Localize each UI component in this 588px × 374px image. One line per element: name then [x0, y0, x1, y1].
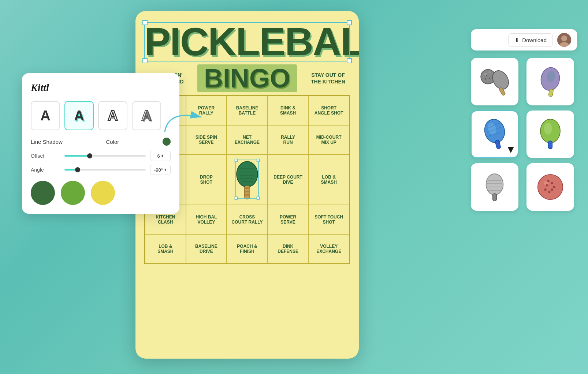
svg-point-56: [547, 180, 549, 182]
color-swatches: [31, 181, 171, 205]
svg-point-37: [544, 123, 552, 135]
cell-4-2: HIGH BALVOLLEY: [186, 205, 227, 234]
svg-rect-12: [235, 159, 237, 162]
swatch-dark-green[interactable]: [31, 181, 55, 205]
card-title-area: PICKLEBALL: [144, 22, 350, 61]
cell-2-3: NETEXCHANGE: [227, 125, 268, 154]
svg-point-42: [486, 174, 503, 195]
cell-1-3: BASELINEBATTLE: [227, 96, 268, 125]
svg-rect-13: [257, 159, 259, 162]
cell-2-4: RALLYRUN: [268, 125, 309, 154]
svg-rect-14: [235, 197, 237, 199]
svg-point-23: [489, 78, 490, 79]
svg-point-55: [553, 186, 555, 188]
angle-slider[interactable]: [64, 169, 146, 171]
offset-thumb[interactable]: [87, 153, 92, 158]
cell-5-2: BASELINEDRIVE: [186, 234, 227, 263]
svg-point-21: [489, 71, 491, 73]
right-subtitle: STAY OUT OF THE KITCHEN: [306, 72, 350, 85]
swatch-light-green[interactable]: [61, 181, 85, 205]
download-bar: ⬇ Download: [471, 29, 577, 51]
svg-point-22: [486, 75, 487, 76]
text-style-normal[interactable]: A: [31, 101, 60, 130]
cell-4-5: SOFT TOUCHSHOT: [308, 205, 349, 234]
sticker-card-1[interactable]: [471, 58, 518, 105]
svg-point-24: [485, 78, 486, 80]
cell-1-5: SHORTANGLE SHOT: [308, 96, 349, 125]
download-button[interactable]: ⬇ Download: [508, 33, 553, 47]
download-icon: ⬇: [514, 37, 519, 44]
sticker-card-2[interactable]: [526, 58, 574, 105]
angle-thumb[interactable]: [75, 167, 80, 172]
svg-rect-8: [245, 187, 249, 189]
user-avatar[interactable]: [557, 33, 571, 47]
offset-input[interactable]: 6 ⬆: [150, 151, 171, 161]
text-style-outline-shadow[interactable]: A: [132, 101, 161, 130]
sticker-card-4[interactable]: [526, 111, 574, 158]
line-shadow-label: Line Shadow: [31, 139, 63, 145]
cell-3-5: LOB &SMASH: [308, 154, 349, 205]
swatch-yellow[interactable]: [91, 181, 115, 205]
cell-2-5: MID-COURTMIX UP: [308, 125, 349, 154]
cell-5-1: LOB &SMASH: [145, 234, 186, 263]
svg-rect-10: [245, 194, 249, 196]
line-shadow-row: Line Shadow Color: [31, 138, 171, 146]
cell-5-4: DINKDEFENSE: [268, 234, 309, 263]
cell-5-5: VOLLEYEXCHANGE: [308, 234, 349, 263]
kittl-logo: Kittl: [31, 82, 171, 94]
angle-label: Angle: [31, 167, 60, 173]
angle-input[interactable]: -90° ⬆: [150, 165, 171, 175]
svg-point-52: [544, 188, 546, 191]
cell-3-3-center: [227, 154, 268, 205]
sticker-paddle-silver: [478, 171, 511, 203]
download-label: Download: [522, 37, 547, 43]
cell-1-4: DINK &SMASH: [268, 96, 309, 125]
svg-point-51: [551, 182, 553, 184]
cell-5-3: POACH &FINISH: [227, 234, 268, 263]
text-style-row: A A A A: [31, 101, 171, 130]
svg-rect-47: [493, 194, 497, 201]
text-style-line-shadow[interactable]: A: [64, 101, 94, 130]
svg-point-53: [551, 188, 553, 191]
right-panel: ⬇ Download: [471, 29, 577, 211]
left-panel: Kittl A A A A Line Shadow Color Offset 6…: [22, 73, 179, 214]
controls-section: Line Shadow Color Offset 6 ⬆ Angle: [31, 138, 171, 175]
sticker-card-3-selected[interactable]: ▼: [471, 111, 518, 158]
svg-point-48: [538, 175, 563, 199]
cell-4-3: CROSSCOURT RALLY: [227, 205, 268, 234]
text-style-outline[interactable]: A: [98, 101, 127, 130]
svg-point-54: [548, 191, 550, 193]
offset-slider[interactable]: [64, 155, 146, 157]
svg-rect-9: [245, 191, 249, 192]
cell-3-2: DROPSHOT: [186, 154, 227, 205]
center-paddle-svg: [232, 158, 262, 202]
connector-arrow: [161, 102, 205, 139]
cell-3-4: DEEP COURTDIVE: [268, 154, 309, 205]
sticker-ball-pink: [534, 171, 567, 203]
svg-rect-15: [257, 197, 259, 199]
pickleball-title: PICKLEBALL: [144, 22, 350, 61]
logo-text: Kittl: [31, 82, 49, 94]
cell-4-4: POWERSERVE: [268, 205, 309, 234]
cursor-arrow: ▼: [506, 144, 516, 156]
slider-container: Offset 6 ⬆ Angle -90° ⬆: [31, 151, 171, 175]
sticker-card-5[interactable]: [471, 163, 518, 211]
bingo-title: BINGO: [197, 64, 297, 92]
svg-point-50: [546, 184, 548, 186]
offset-label: Offset: [31, 153, 60, 159]
sticker-paddle-gray: [478, 65, 511, 98]
sticker-paddle-purple: [534, 65, 567, 98]
sticker-grid: ▼: [471, 58, 577, 211]
sticker-paddle-green: [534, 118, 567, 151]
offset-row: Offset 6 ⬆: [31, 151, 171, 161]
color-label: Color: [106, 139, 119, 145]
sticker-card-6[interactable]: [526, 163, 574, 211]
svg-point-1: [237, 161, 258, 187]
svg-point-17: [561, 35, 567, 41]
angle-row: Angle -90° ⬆: [31, 165, 171, 175]
